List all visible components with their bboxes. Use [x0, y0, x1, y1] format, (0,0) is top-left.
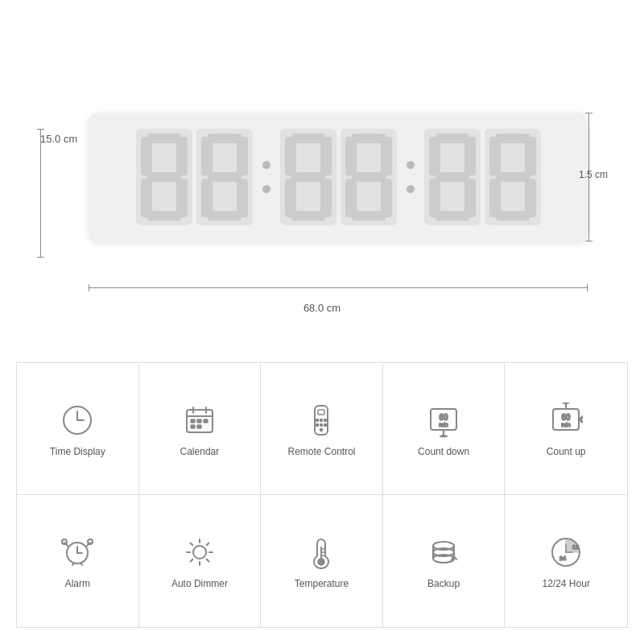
hour-mode-icon: 12 24 [547, 533, 585, 572]
backup-icon [424, 533, 463, 572]
countdown-label: Count down [418, 446, 469, 457]
svg-point-17 [324, 419, 327, 421]
svg-point-31 [62, 539, 67, 544]
feature-countdown: 60 min Count down [383, 363, 506, 495]
feature-temperature: Temperature [261, 495, 383, 627]
svg-point-33 [88, 539, 93, 544]
svg-line-43 [207, 543, 209, 546]
alarm-label: Alarm [65, 578, 90, 589]
feature-backup: Backup [383, 495, 506, 627]
colon-dot-bottom [262, 185, 270, 193]
countup-label: Count up [547, 446, 586, 457]
features-section: Time Display Calendar [16, 362, 628, 628]
digit-h2 [196, 129, 253, 225]
features-grid: Time Display Calendar [16, 362, 628, 628]
width-label: 68.0 cm [303, 302, 341, 314]
svg-point-19 [324, 423, 327, 426]
colon-dot2-top [407, 161, 415, 169]
svg-line-41 [190, 543, 192, 546]
svg-point-18 [316, 423, 319, 426]
hour-mode-label: 12/24 Hour [543, 578, 590, 589]
svg-point-45 [318, 559, 324, 565]
feature-remote: Remote Control [261, 363, 383, 495]
height-dimension-line [40, 129, 41, 258]
svg-text:60: 60 [440, 413, 449, 422]
remote-icon [302, 401, 341, 440]
digit-m1 [280, 129, 336, 225]
svg-point-20 [320, 428, 323, 431]
svg-point-15 [320, 423, 323, 426]
width-dimension-line [89, 287, 588, 288]
calendar-label: Calendar [180, 446, 220, 457]
feature-time-display: Time Display [17, 363, 139, 495]
colon-2 [403, 161, 418, 193]
countup-icon: 60 min [547, 401, 585, 440]
thermometer-icon [302, 533, 341, 572]
digit-pair-seconds [424, 129, 541, 225]
feature-alarm: Alarm [17, 495, 139, 627]
svg-line-44 [190, 559, 192, 562]
clock-section: 15.0 cm [40, 64, 604, 322]
svg-rect-8 [197, 419, 201, 423]
height-label: 15.0 cm [40, 133, 77, 145]
svg-text:min: min [439, 422, 448, 427]
feature-countup: 60 min Count up [505, 363, 627, 495]
feature-hour-mode: 12 24 12/24 Hour [505, 495, 627, 627]
digit-m2 [341, 129, 397, 225]
thickness-label: 1.5 cm [579, 169, 608, 180]
svg-rect-10 [191, 425, 195, 428]
digit-h1 [136, 129, 192, 225]
svg-rect-13 [318, 410, 324, 415]
digit-s2 [485, 129, 541, 225]
dimmer-icon [180, 533, 219, 572]
colon-dot-top [262, 161, 270, 169]
svg-line-42 [207, 559, 209, 562]
clock-body [89, 113, 588, 242]
countdown-icon: 60 min [424, 401, 463, 440]
svg-rect-7 [191, 419, 195, 423]
temperature-label: Temperature [295, 578, 349, 589]
svg-rect-9 [204, 419, 208, 423]
svg-point-16 [316, 419, 319, 421]
colon-dot2-bottom [407, 185, 415, 193]
svg-point-14 [320, 419, 323, 421]
svg-text:60: 60 [562, 413, 572, 422]
svg-text:12: 12 [572, 544, 579, 550]
alarm-icon [58, 533, 97, 572]
backup-label: Backup [427, 578, 460, 589]
svg-point-36 [193, 546, 206, 559]
svg-text:24: 24 [559, 555, 566, 561]
digit-pair-hours [136, 129, 253, 225]
digit-s1 [424, 129, 481, 225]
clock-icon [58, 401, 97, 440]
svg-text:min: min [562, 422, 571, 427]
dimmer-label: Auto Dimmer [171, 578, 228, 589]
svg-rect-11 [197, 425, 201, 428]
calendar-icon [180, 401, 219, 440]
feature-calendar: Calendar [139, 363, 262, 495]
digit-pair-minutes [280, 129, 397, 225]
time-display-label: Time Display [50, 446, 105, 457]
feature-dimmer: Auto Dimmer [139, 495, 262, 627]
colon-1 [259, 161, 274, 193]
remote-label: Remote Control [287, 446, 355, 457]
